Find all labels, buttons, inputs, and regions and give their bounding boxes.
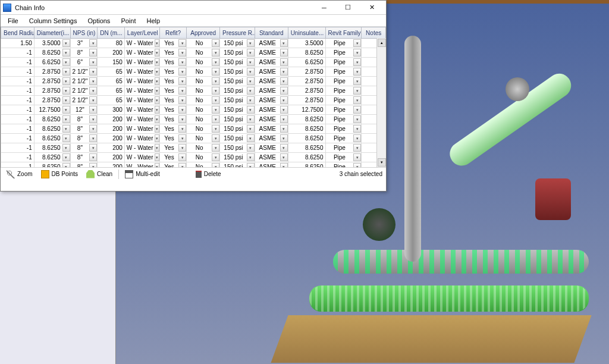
dropdown-icon[interactable]: ▾	[89, 58, 97, 66]
gauge[interactable]	[506, 77, 529, 101]
dropdown-icon[interactable]: ▾	[62, 96, 70, 104]
dropdown-icon[interactable]: ▾	[212, 87, 219, 95]
cell-refit[interactable]: Yes▾	[159, 96, 187, 105]
cell-rf[interactable]: Pipe▾	[325, 143, 362, 153]
table-row[interactable]: 1.503.5000▾3"▾80W - Water▾Yes▾No▾150 psi…	[1, 39, 386, 48]
dropdown-icon[interactable]: ▾	[212, 125, 219, 133]
maximize-button[interactable]: ☐	[336, 1, 360, 14]
cell-std[interactable]: ASME▾	[255, 67, 288, 77]
col-header[interactable]: Notes	[362, 27, 386, 39]
equipment-block[interactable]	[535, 178, 571, 220]
dropdown-icon[interactable]: ▾	[212, 134, 219, 142]
cell-dn[interactable]: 65	[98, 77, 125, 86]
cell-refit[interactable]: Yes▾	[159, 77, 187, 86]
cell-press[interactable]: 150 psi▾	[220, 105, 255, 115]
cell-dn[interactable]: 200	[98, 124, 125, 134]
cell-appr[interactable]: No▾	[187, 153, 220, 162]
dropdown-icon[interactable]: ▾	[89, 125, 97, 133]
table-row[interactable]: -18.6250▾8"▾200W - Water▾Yes▾No▾150 psi▾…	[1, 162, 386, 168]
cell-appr[interactable]: No▾	[187, 134, 220, 143]
col-header[interactable]: Layer/Level	[124, 27, 159, 39]
dropdown-icon[interactable]: ▾	[62, 153, 70, 161]
cell-appr[interactable]: No▾	[187, 162, 220, 168]
dropdown-icon[interactable]: ▾	[280, 153, 288, 161]
dropdown-icon[interactable]: ▾	[62, 68, 70, 76]
dropdown-icon[interactable]: ▾	[212, 144, 219, 152]
dropdown-icon[interactable]: ▾	[178, 96, 186, 104]
dropdown-icon[interactable]: ▾	[247, 39, 255, 47]
cell-std[interactable]: ASME▾	[255, 162, 288, 168]
dropdown-icon[interactable]: ▾	[353, 153, 361, 161]
dropdown-icon[interactable]: ▾	[280, 58, 288, 66]
dropdown-icon[interactable]: ▾	[155, 96, 159, 104]
col-header[interactable]: Pressure R...	[220, 27, 255, 39]
dropdown-icon[interactable]: ▾	[89, 115, 97, 123]
cell-std[interactable]: ASME▾	[255, 153, 288, 162]
cell-dia[interactable]: 2.8750▾	[34, 67, 70, 77]
col-header[interactable]: Approved	[187, 27, 220, 39]
dropdown-icon[interactable]: ▾	[247, 134, 255, 142]
cell-rf[interactable]: Pipe▾	[325, 134, 362, 143]
cell-dia[interactable]: 8.6250▾	[34, 143, 70, 153]
dropdown-icon[interactable]: ▾	[178, 87, 186, 95]
cell-refit[interactable]: Yes▾	[159, 67, 187, 77]
cell-nps[interactable]: 8"▾	[70, 115, 98, 124]
dropdown-icon[interactable]: ▾	[353, 77, 361, 85]
dropdown-icon[interactable]: ▾	[155, 58, 159, 66]
cell-br[interactable]: -1	[1, 124, 34, 134]
dropdown-icon[interactable]: ▾	[280, 163, 288, 167]
dropdown-icon[interactable]: ▾	[353, 115, 361, 123]
dropdown-icon[interactable]: ▾	[178, 68, 186, 76]
dropdown-icon[interactable]: ▾	[155, 39, 159, 47]
dropdown-icon[interactable]: ▾	[62, 106, 70, 114]
dropdown-icon[interactable]: ▾	[280, 39, 288, 47]
cell-refit[interactable]: Yes▾	[159, 86, 187, 96]
cell-layer[interactable]: W - Water▾	[124, 77, 159, 86]
cell-std[interactable]: ASME▾	[255, 143, 288, 153]
dropdown-icon[interactable]: ▾	[178, 144, 186, 152]
cell-press[interactable]: 150 psi▾	[220, 77, 255, 86]
dropdown-icon[interactable]: ▾	[62, 125, 70, 133]
dropdown-icon[interactable]: ▾	[155, 134, 159, 142]
cell-unins[interactable]: 8.6250	[288, 115, 325, 124]
dropdown-icon[interactable]: ▾	[62, 77, 70, 85]
cell-appr[interactable]: No▾	[187, 77, 220, 86]
cell-rf[interactable]: Pipe▾	[325, 77, 362, 86]
dropdown-icon[interactable]: ▾	[353, 49, 361, 57]
dropdown-icon[interactable]: ▾	[247, 115, 255, 123]
dropdown-icon[interactable]: ▾	[178, 153, 186, 161]
dropdown-icon[interactable]: ▾	[89, 134, 97, 142]
cell-br[interactable]: -1	[1, 77, 34, 86]
cell-unins[interactable]: 2.8750	[288, 77, 325, 86]
dropdown-icon[interactable]: ▾	[353, 68, 361, 76]
left-panel[interactable]	[0, 192, 116, 364]
dropdown-icon[interactable]: ▾	[155, 106, 159, 114]
cell-dia[interactable]: 8.6250▾	[34, 153, 70, 162]
dropdown-icon[interactable]: ▾	[155, 115, 159, 123]
dropdown-icon[interactable]: ▾	[89, 77, 97, 85]
table-row[interactable]: -112.7500▾12"▾300W - Water▾Yes▾No▾150 ps…	[1, 105, 386, 115]
cell-dn[interactable]: 200	[98, 134, 125, 143]
cell-dn[interactable]: 300	[98, 105, 125, 115]
table-row[interactable]: -18.6250▾8"▾200W - Water▾Yes▾No▾150 psi▾…	[1, 143, 386, 153]
dropdown-icon[interactable]: ▾	[89, 144, 97, 152]
cell-press[interactable]: 150 psi▾	[220, 143, 255, 153]
dropdown-icon[interactable]: ▾	[155, 49, 159, 57]
col-header[interactable]: Refit?	[159, 27, 187, 39]
dropdown-icon[interactable]: ▾	[280, 144, 288, 152]
cell-refit[interactable]: Yes▾	[159, 153, 187, 162]
dropdown-icon[interactable]: ▾	[62, 39, 70, 47]
title-bar[interactable]: Chain Info ─ ☐ ✕	[1, 1, 386, 15]
cell-dia[interactable]: 8.6250▾	[34, 124, 70, 134]
dropdown-icon[interactable]: ▾	[62, 58, 70, 66]
cell-rf[interactable]: Pipe▾	[325, 153, 362, 162]
cell-nps[interactable]: 8"▾	[70, 134, 98, 143]
cell-layer[interactable]: W - Water▾	[124, 39, 159, 48]
cell-press[interactable]: 150 psi▾	[220, 124, 255, 134]
cell-press[interactable]: 150 psi▾	[220, 153, 255, 162]
dropdown-icon[interactable]: ▾	[178, 106, 186, 114]
dropdown-icon[interactable]: ▾	[178, 39, 186, 47]
col-header[interactable]: NPS (in)	[70, 27, 98, 39]
minimize-button[interactable]: ─	[312, 1, 336, 14]
cell-unins[interactable]: 8.6250	[288, 153, 325, 162]
